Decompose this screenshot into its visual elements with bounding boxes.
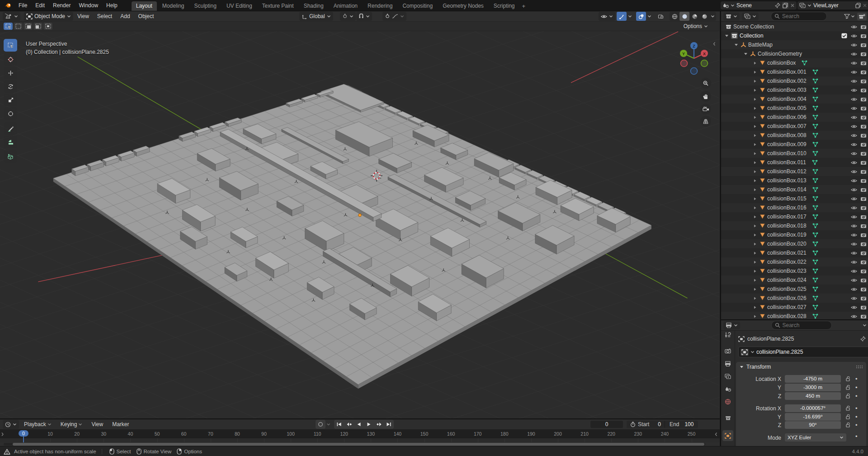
workspace-tab-animation[interactable]: Animation — [329, 1, 362, 11]
render-camera-icon[interactable] — [860, 251, 868, 256]
workspace-tab-scripting[interactable]: Scripting — [489, 1, 519, 11]
timeline-scrollbar[interactable] — [13, 443, 704, 446]
topbar-menu-file[interactable]: File — [14, 2, 31, 9]
hide-eye-icon[interactable] — [851, 223, 860, 228]
outliner-item-collisionBox.004[interactable]: collisionBox.004 — [721, 95, 868, 104]
hide-eye-icon[interactable] — [851, 233, 860, 238]
tab-world[interactable] — [722, 396, 733, 407]
render-camera-icon[interactable] — [860, 196, 868, 201]
gizmos-toggle[interactable] — [617, 12, 627, 21]
expand-icon[interactable] — [753, 224, 760, 228]
hide-eye-icon[interactable] — [851, 88, 860, 93]
outliner-item-collisionBox.019[interactable]: collisionBox.019 — [721, 230, 868, 239]
outliner-item-collisionBox.018[interactable]: collisionBox.018 — [721, 221, 868, 230]
shading-material[interactable] — [689, 12, 699, 21]
tab-scene[interactable] — [722, 384, 733, 394]
workspace-tab-shading[interactable]: Shading — [299, 1, 328, 11]
hide-eye-icon[interactable] — [851, 242, 860, 247]
expand-icon[interactable] — [753, 314, 760, 318]
current-frame-field[interactable]: 0 — [590, 421, 623, 428]
expand-icon[interactable] — [753, 305, 760, 309]
outliner-item-collisionBox.014[interactable]: collisionBox.014 — [721, 185, 868, 194]
transform-field-5[interactable]: 90° — [785, 421, 841, 429]
outliner-item-collisionBox[interactable]: collisionBox — [721, 58, 868, 67]
outliner-scene-collection[interactable]: Scene Collection — [721, 22, 868, 31]
expand-icon[interactable] — [753, 79, 760, 83]
transform-orientation[interactable]: Global — [299, 12, 333, 21]
outliner-collection[interactable]: Collection — [721, 31, 868, 40]
outliner-item-collisionBox.024[interactable]: collisionBox.024 — [721, 276, 868, 285]
workspace-tab-modeling[interactable]: Modeling — [158, 1, 189, 11]
hide-eye-icon[interactable] — [851, 97, 860, 102]
timeline-menu-playback[interactable]: Playback — [20, 421, 56, 428]
copy-icon[interactable] — [782, 2, 788, 9]
copy-icon[interactable] — [855, 3, 861, 8]
render-camera-icon[interactable] — [860, 233, 868, 238]
lock-icon[interactable] — [845, 422, 851, 428]
select-mode-new[interactable] — [24, 23, 33, 30]
animate-dot[interactable]: • — [855, 413, 858, 420]
outliner-item-collisionBox.016[interactable]: collisionBox.016 — [721, 203, 868, 212]
lock-icon[interactable] — [845, 405, 851, 411]
outliner-item-collisionBox.007[interactable]: collisionBox.007 — [721, 122, 868, 131]
viewlayer-selector[interactable]: ViewLayer — [797, 1, 868, 10]
select-mode-subtract[interactable] — [33, 23, 42, 30]
expand-icon[interactable] — [753, 179, 760, 183]
tool-measure[interactable] — [4, 136, 17, 148]
tool-transform[interactable] — [4, 107, 17, 120]
animate-dot[interactable]: • — [855, 433, 858, 440]
outliner-item-collisionBox.028[interactable]: collisionBox.028 — [721, 312, 868, 319]
hide-eye-icon[interactable] — [851, 296, 860, 301]
outliner-item-collisionBox.002[interactable]: collisionBox.002 — [721, 76, 868, 86]
render-camera-icon[interactable] — [860, 223, 868, 228]
lock-icon[interactable] — [845, 376, 851, 381]
hide-eye-icon[interactable] — [851, 106, 860, 111]
collapse-icon[interactable] — [744, 52, 750, 56]
viewport-pan-button[interactable] — [700, 91, 711, 102]
expand-icon[interactable] — [753, 197, 760, 201]
outliner-display-mode[interactable] — [723, 13, 740, 20]
expand-icon[interactable] — [753, 206, 760, 210]
outliner-item-collisionBox.008[interactable]: collisionBox.008 — [721, 131, 868, 140]
expand-icon[interactable] — [753, 251, 760, 255]
select-mode-intersect[interactable] — [43, 23, 52, 30]
outliner-filter-button[interactable] — [844, 14, 855, 19]
render-camera-icon[interactable] — [860, 79, 868, 84]
object-name-field[interactable]: collisionPlane.2825 — [738, 347, 868, 357]
render-camera-icon[interactable] — [860, 106, 868, 111]
gizmos-dropdown[interactable] — [628, 14, 632, 18]
transform-field-3[interactable]: -0.000057° — [785, 404, 841, 412]
transform-field-2[interactable]: 450 m — [785, 392, 841, 400]
hide-eye-icon[interactable] — [851, 151, 860, 156]
render-camera-icon[interactable] — [860, 124, 868, 129]
lock-icon[interactable] — [845, 393, 851, 399]
timeline-menu-marker[interactable]: Marker — [108, 421, 133, 428]
shading-rendered[interactable] — [699, 12, 709, 21]
tab-object[interactable] — [722, 430, 733, 441]
tab-view-layer[interactable] — [722, 371, 733, 382]
3d-scene[interactable] — [0, 31, 720, 418]
hide-eye-icon[interactable] — [851, 314, 860, 319]
hide-eye-icon[interactable] — [851, 61, 860, 66]
render-camera-icon[interactable] — [860, 133, 868, 138]
frame-start-field[interactable]: Start0 — [627, 421, 665, 428]
pin-icon[interactable] — [860, 336, 866, 342]
transform-panel-header[interactable]: Transform — [736, 362, 866, 372]
proportional-editing[interactable] — [382, 12, 406, 21]
timeline-editor-type[interactable] — [3, 420, 19, 429]
expand-icon[interactable] — [753, 278, 760, 282]
animate-dot[interactable]: • — [855, 384, 858, 391]
outliner-item-collisionBox.015[interactable]: collisionBox.015 — [721, 194, 868, 203]
expand-icon[interactable] — [753, 260, 760, 264]
tool-add-cube[interactable] — [4, 150, 17, 163]
render-camera-icon[interactable] — [860, 296, 868, 301]
jump-to-end-button[interactable] — [384, 420, 394, 429]
hide-eye-icon[interactable] — [851, 43, 860, 48]
render-camera-icon[interactable] — [860, 97, 868, 102]
prev-keyframe-button[interactable] — [344, 420, 354, 429]
workspace-tab-geometry-nodes[interactable]: Geometry Nodes — [438, 1, 488, 11]
hide-eye-icon[interactable] — [851, 133, 860, 138]
outliner-item-collisionBox.021[interactable]: collisionBox.021 — [721, 248, 868, 257]
timeline-menu-view[interactable]: View — [87, 421, 107, 428]
expand-icon[interactable] — [753, 115, 760, 119]
